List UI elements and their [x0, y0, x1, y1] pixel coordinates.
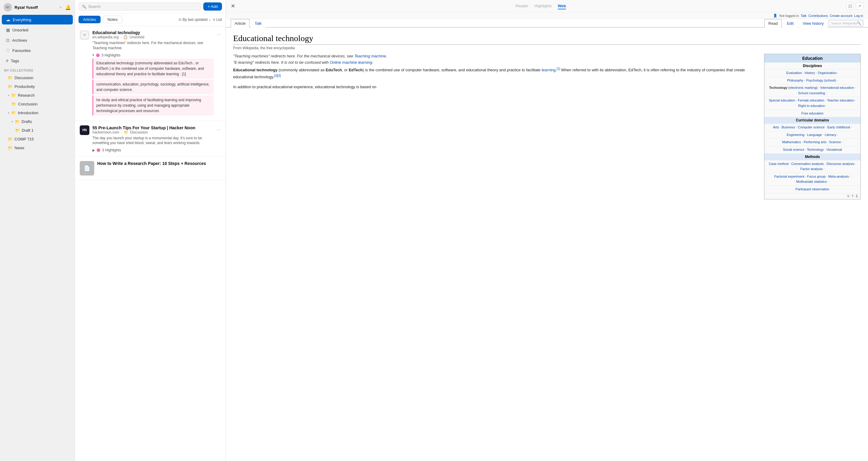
wiki-article-tab[interactable]: Article — [231, 19, 249, 28]
sidebar-item-tags[interactable]: # Tags — [2, 56, 73, 66]
user-name: Ryzal Yusoff — [14, 5, 57, 10]
infobox-link[interactable]: Organization — [818, 71, 837, 74]
wiki-read-tab[interactable]: Read — [765, 19, 782, 28]
card-more-button[interactable]: ··· — [217, 32, 221, 37]
infobox-link[interactable]: Vocational — [827, 148, 842, 151]
infobox-link[interactable]: electronic marking — [789, 86, 816, 89]
infobox-link[interactable]: Free education — [801, 112, 823, 115]
search-box[interactable]: 🔍 Search — [79, 2, 201, 10]
highlights-row[interactable]: ▾ 3 Highlights — [92, 53, 214, 57]
sidebar-item-introduction[interactable]: ▾ 📁 Introduction — [2, 109, 73, 117]
close-button[interactable]: ✕ — [231, 3, 235, 9]
infobox-link[interactable]: Factorial experiment — [774, 175, 804, 178]
infobox-link[interactable]: Female education — [798, 98, 824, 102]
article-card-startup[interactable]: HN 55 Pre-Launch Tips For Your Startup |… — [75, 121, 226, 157]
notification-icon[interactable]: 🔔 — [65, 4, 71, 10]
wiki-history-tab[interactable]: View history — [799, 19, 828, 28]
add-button[interactable]: + Add — [203, 2, 222, 10]
folder-icon: 📁 — [11, 102, 16, 106]
highlight-color-dot — [97, 148, 100, 152]
infobox-link[interactable]: Factor analysis — [800, 167, 823, 171]
infobox-row: Engineering · Language · Literacy · — [765, 131, 861, 139]
infobox-link[interactable]: Meta-analysis — [829, 175, 849, 178]
list-label: List — [216, 18, 222, 22]
infobox-link[interactable]: Focus group — [807, 175, 826, 178]
sidebar-item-productivity[interactable]: 📁 Productivity — [2, 83, 73, 91]
notes-tab[interactable]: Notes — [103, 16, 122, 23]
redirect-link[interactable]: Teaching machine — [354, 54, 386, 58]
sidebar-item-news[interactable]: 📁 News — [2, 144, 73, 152]
infobox-link[interactable]: Discourse analysis — [827, 162, 855, 165]
web-tab[interactable]: Web — [558, 3, 566, 9]
highlights-tab[interactable]: Highlights — [534, 3, 552, 9]
infobox-link[interactable]: Science — [829, 140, 841, 144]
infobox-link[interactable]: Language — [807, 133, 822, 136]
maximize-button[interactable]: ⬜ — [846, 2, 854, 10]
search-input[interactable]: Search — [88, 4, 100, 9]
contributions-link[interactable]: Contributions — [808, 14, 828, 18]
wiki-link[interactable]: learning — [541, 68, 555, 72]
sidebar-item-draft1[interactable]: 📁 Draft 1 — [2, 126, 73, 134]
highlights-row[interactable]: ▶ 3 Highlights — [92, 148, 214, 152]
infobox-link[interactable]: Early childhood — [828, 125, 850, 129]
sidebar-item-discussion[interactable]: 📁 Discussion — [2, 74, 73, 82]
infobox-link[interactable]: Business — [782, 125, 795, 129]
infobox-link[interactable]: Multivariate statistics — [796, 180, 827, 183]
redirect-link[interactable]: Online machine learning — [330, 60, 372, 65]
infobox-link[interactable]: Literacy — [825, 133, 837, 136]
user-icon: 👤 — [773, 13, 777, 18]
log-in-link[interactable]: Log in — [854, 14, 863, 18]
infobox-link[interactable]: Computer science — [798, 125, 825, 129]
infobox-link[interactable]: Participant observation — [796, 187, 829, 191]
wiki-search-box[interactable]: Search Wikipedia 🔍 — [829, 20, 863, 26]
infobox-link[interactable]: Technology — [807, 148, 824, 151]
wiki-talk-tab[interactable]: Talk — [251, 19, 266, 28]
articles-tab[interactable]: Articles — [79, 16, 100, 23]
sidebar-item-everything[interactable]: ☁ Everything — [2, 15, 73, 25]
infobox-link[interactable]: Performing arts — [804, 140, 826, 144]
article-card-research[interactable]: 📄 How to Write a Research Paper: 10 Step… — [75, 157, 226, 180]
card-more-button[interactable]: ··· — [217, 127, 221, 133]
sidebar-item-archives[interactable]: ⊡ Archives — [2, 35, 73, 45]
infobox-link[interactable]: Teacher education — [827, 98, 854, 102]
infobox-link[interactable]: History — [805, 71, 815, 74]
infobox-link[interactable]: Arts — [773, 125, 779, 129]
highlight-text-1: Educational technology (commonly abbrevi… — [92, 59, 214, 79]
infobox-link[interactable]: Engineering — [787, 133, 805, 136]
infobox-link[interactable]: Right to education — [798, 104, 825, 107]
infobox-link[interactable]: Special education — [769, 98, 795, 102]
infobox-link[interactable]: International education — [820, 86, 854, 89]
open-external-button[interactable]: ↗ — [856, 2, 863, 10]
chevron-down-icon: ▾ — [8, 94, 9, 97]
list-toggle[interactable]: ≡ List — [213, 18, 222, 22]
not-logged-in: Not logged in — [779, 14, 799, 18]
infobox-link[interactable]: Psychology (school) — [806, 79, 836, 82]
infobox-link[interactable]: Philosophy — [787, 79, 803, 82]
reader-tab[interactable]: Reader — [516, 3, 529, 9]
sidebar-item-drafts[interactable]: ▾ 📁 Drafts — [2, 118, 73, 126]
sidebar-item-comp715[interactable]: 📁 COMP 715 — [2, 135, 73, 143]
window-controls: ⬜ ↗ — [846, 2, 863, 10]
sidebar-item-conclusion[interactable]: 📁 Conclusion — [2, 100, 73, 108]
collection-label: Introduction — [18, 111, 38, 115]
infobox-link[interactable]: Conversation analysis — [791, 162, 824, 165]
tag-icon: # — [6, 58, 8, 63]
article-card-edtech[interactable]: W Educational technology en.wikipedia.or… — [75, 26, 226, 121]
infobox-link[interactable]: Evaluation — [786, 71, 802, 74]
wiki-user-bar: 👤 Not logged in Talk Contributions Creat… — [226, 12, 868, 19]
infobox-link[interactable]: Case method — [769, 162, 788, 165]
sidebar-item-research[interactable]: ▾ 📁 Research — [2, 91, 73, 99]
articles-list: W Educational technology en.wikipedia.or… — [75, 26, 226, 461]
dropdown-icon[interactable]: ▾ — [60, 6, 61, 9]
infobox-link[interactable]: Mathematics — [782, 140, 801, 144]
create-account-link[interactable]: Create account — [830, 14, 852, 18]
sidebar-item-favourites[interactable]: ♡ Favourites — [2, 45, 73, 55]
article-title: Educational technology — [92, 30, 214, 35]
wiki-edit-tab[interactable]: Edit — [783, 19, 797, 28]
collection-label: News — [14, 146, 25, 150]
sort-dropdown[interactable]: ⊙ By last updated ↓ — [179, 18, 211, 22]
infobox-link[interactable]: Social science — [783, 148, 804, 151]
talk-link[interactable]: Talk — [801, 14, 807, 18]
sidebar-item-unsorted[interactable]: ▦ Unsorted — [2, 25, 73, 35]
infobox-link[interactable]: School counseling — [798, 91, 825, 95]
